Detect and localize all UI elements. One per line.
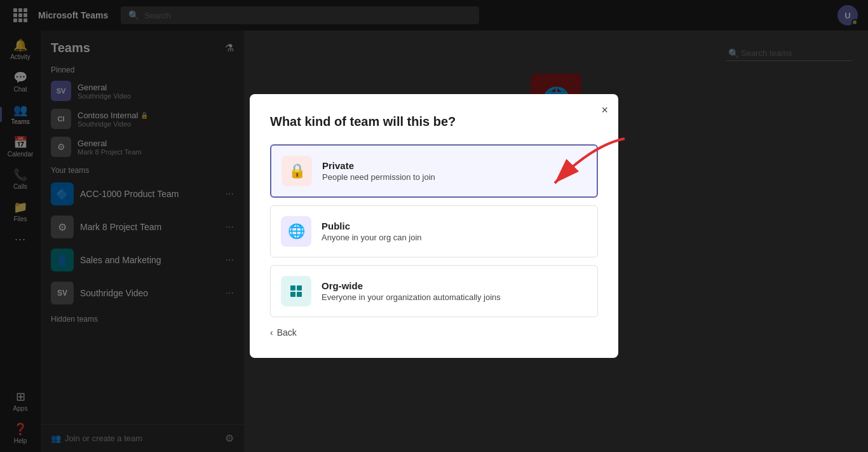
dialog: What kind of team will this be? × 🔒 Priv… [250,94,618,358]
orgwide-option-desc: Everyone in your organization automatica… [322,292,501,302]
back-button[interactable]: ‹ Back [270,327,297,338]
orgwide-option-icon [281,276,311,306]
svg-rect-3 [297,292,302,297]
public-option-title: Public [322,221,422,231]
private-option-desc: People need permission to join [322,172,435,182]
dialog-overlay[interactable]: What kind of team will this be? × 🔒 Priv… [0,0,868,452]
orgwide-option-text: Org-wide Everyone in your organization a… [322,280,501,302]
back-label: Back [277,327,297,338]
private-option-icon: 🔒 [281,156,312,186]
public-option-icon: 🌐 [281,216,311,247]
private-option-text: Private People need permission to join [322,160,435,182]
option-private[interactable]: 🔒 Private People need permission to join [270,144,598,198]
public-option-desc: Anyone in your org can join [322,233,422,242]
private-option-title: Private [322,160,435,171]
svg-rect-0 [290,285,295,291]
option-orgwide[interactable]: Org-wide Everyone in your organization a… [270,265,598,317]
back-chevron-icon: ‹ [270,327,273,338]
public-option-text: Public Anyone in your org can join [322,221,422,242]
dialog-title: What kind of team will this be? [270,114,598,129]
option-public[interactable]: 🌐 Public Anyone in your org can join [270,205,598,257]
orgwide-option-title: Org-wide [322,280,501,291]
svg-rect-2 [290,292,295,297]
svg-rect-1 [297,285,302,291]
dialog-close-button[interactable]: × [601,104,608,116]
